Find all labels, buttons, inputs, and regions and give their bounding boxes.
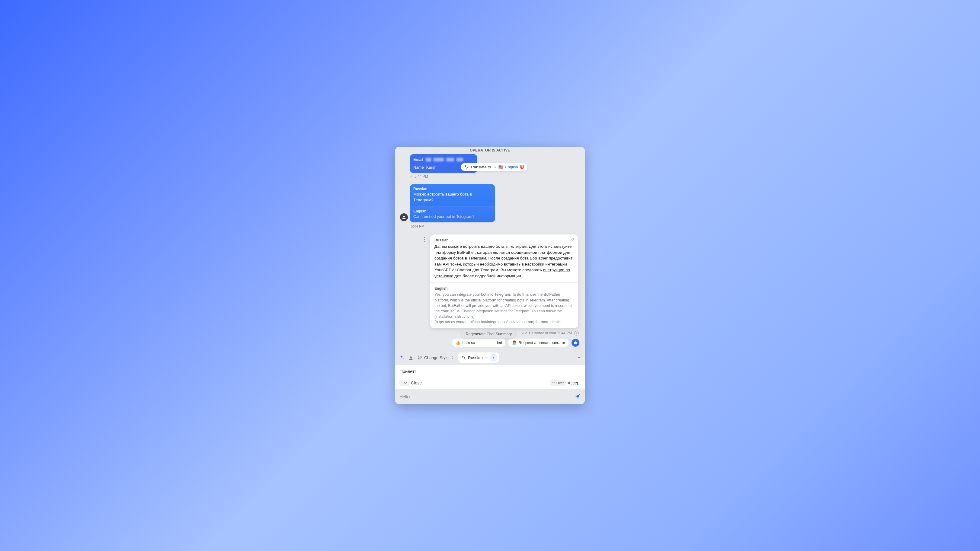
email-blur: [426, 158, 431, 162]
human-icon: 🧑‍💼: [512, 340, 517, 345]
translate-icon: [461, 356, 466, 360]
collapse-icon[interactable]: [577, 356, 581, 360]
translate-prefix: Translate to: [470, 165, 491, 169]
name-label: Name: [413, 164, 424, 170]
msg-time: ✓ 5:44 PM: [410, 175, 581, 179]
svg-point-3: [576, 343, 576, 343]
message-menu-icon[interactable]: ⋮: [420, 238, 429, 241]
chat-area: Translate to → 🇺🇸 English Email Name Kar…: [395, 154, 585, 350]
change-style-button[interactable]: Change Style: [418, 355, 454, 360]
compose-text[interactable]: Привет!: [399, 369, 581, 374]
svg-point-2: [574, 343, 575, 343]
close-action[interactable]: Esc Close: [399, 380, 422, 386]
chip-text: I am sa: [462, 340, 475, 345]
bot-text-english: Yes, you can integrate your bot into Tel…: [434, 292, 574, 325]
accept-label: Accept: [568, 381, 581, 385]
chip-request-human[interactable]: 🧑‍💼 Request a human operator: [508, 338, 568, 347]
suggestion-chips: Regenerate Chat Summary 👍 I am sa ied 🧑‍…: [399, 338, 579, 347]
message-input-bar: Hello: [395, 389, 585, 404]
svg-rect-1: [574, 342, 577, 344]
translate-icon: [464, 165, 469, 169]
chip-text: ied: [497, 340, 502, 345]
send-button[interactable]: [574, 394, 581, 400]
email-label: Email: [413, 157, 423, 163]
bot-avatar: [571, 339, 579, 347]
arrow-icon: →: [493, 165, 496, 169]
edit-icon[interactable]: [569, 236, 576, 243]
delivered-text: Delivered in chat: [529, 331, 556, 335]
translate-language[interactable]: English: [505, 165, 518, 169]
delivered-time: 5:44 PM: [558, 331, 572, 335]
user-text-english: Can I embed your bot in Telegram?: [413, 214, 492, 219]
header-status: OPERATOR IS ACTIVE: [395, 147, 585, 154]
bot-message: ⋮ Russian Да, вы можете встроить вашего …: [399, 235, 581, 347]
sort-icon: [450, 356, 454, 359]
language-label: Russian: [468, 356, 483, 360]
user-avatar: [400, 213, 408, 221]
user-message: ⋮ Russian Можно встроить вашего бота в Т…: [399, 184, 581, 229]
translate-go-button[interactable]: [490, 354, 497, 361]
text-format-icon[interactable]: [409, 355, 413, 360]
compose-preview: Привет! Esc Close ↩ Enter Accept: [395, 365, 585, 389]
thumbs-up-icon: 👍: [456, 340, 460, 345]
regenerate-tooltip: Regenerate Chat Summary: [462, 330, 515, 338]
bot-card: Russian Да, вы можете встроить вашего бо…: [430, 235, 578, 328]
user-text-russian: Можно встроить вашего бота в Телеграм?: [413, 192, 492, 203]
msg-time: 5:44 PM: [411, 224, 581, 229]
record-icon[interactable]: [520, 165, 524, 169]
time-text: 5:44 PM: [415, 175, 428, 179]
message-menu-icon[interactable]: ⋮: [493, 188, 495, 191]
chat-window: OPERATOR IS ACTIVE Translate to → 🇺🇸 Eng…: [395, 147, 585, 404]
flag-icon: 🇺🇸: [498, 165, 503, 169]
esc-key-hint: Esc: [399, 380, 409, 386]
double-check-icon: ✓✓: [522, 331, 527, 335]
change-style-label: Change Style: [424, 356, 449, 360]
info-icon[interactable]: i: [574, 331, 579, 335]
chevron-down-icon: [485, 356, 488, 359]
close-label: Close: [411, 381, 422, 385]
lang-label-english: English: [413, 209, 492, 213]
ai-sparkle-icon[interactable]: [399, 355, 404, 360]
translate-popup[interactable]: Translate to → 🇺🇸 English: [461, 163, 527, 171]
language-selector[interactable]: Russian: [458, 353, 500, 363]
enter-key-hint: ↩ Enter: [550, 380, 566, 386]
check-icon: ✓: [410, 175, 413, 179]
email-blur: [434, 158, 444, 162]
lang-label-russian: Russian: [413, 187, 492, 191]
name-value: Karim: [426, 164, 437, 170]
lang-label-russian: Russian: [434, 238, 574, 242]
message-input[interactable]: Hello: [399, 394, 410, 399]
email-blur: [446, 158, 454, 162]
svg-point-0: [403, 216, 404, 217]
accept-action[interactable]: ↩ Enter Accept: [550, 380, 581, 386]
compose-toolbar: Change Style Russian: [395, 350, 585, 365]
chip-text: Request a human operator: [519, 340, 565, 345]
bot-text-russian: Да, вы можете встроить вашего бота в Тел…: [434, 243, 574, 279]
user-bubble: ⋮ Russian Можно встроить вашего бота в Т…: [410, 184, 495, 222]
email-blur: [457, 158, 463, 162]
lang-label-english: English: [434, 286, 574, 291]
chip-satisfied[interactable]: 👍 I am sa ied: [452, 338, 505, 347]
